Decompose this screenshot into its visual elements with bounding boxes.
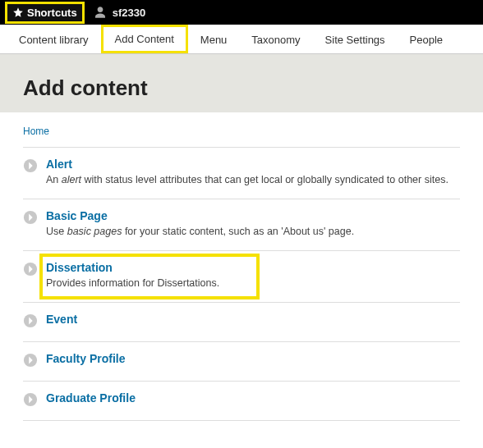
username: sf2330 (113, 7, 145, 19)
star-icon (12, 7, 24, 18)
breadcrumb-home[interactable]: Home (23, 126, 460, 137)
chevron-right-icon (23, 262, 38, 277)
content-type-title[interactable]: Event (46, 313, 460, 326)
content-type-title[interactable]: Dissertation (46, 261, 460, 274)
content-type-title[interactable]: Alert (46, 158, 460, 171)
chevron-right-icon (23, 158, 38, 173)
content-type-desc: An alert with status level attributes th… (46, 174, 460, 185)
content-type-event[interactable]: Event (23, 302, 460, 341)
tab-add-content[interactable]: Add Content (101, 25, 188, 53)
admin-topbar: Shortcuts sf2330 (0, 0, 483, 25)
tab-taxonomy[interactable]: Taxonomy (239, 25, 312, 53)
tab-site-settings[interactable]: Site Settings (313, 25, 398, 53)
chevron-right-icon (23, 392, 38, 407)
content-type-graduate-profile[interactable]: Graduate Profile (23, 381, 460, 421)
page-title: Add content (23, 75, 460, 101)
chevron-right-icon (23, 353, 38, 368)
user-menu[interactable]: sf2330 (93, 5, 145, 20)
shortcuts-button[interactable]: Shortcuts (5, 2, 85, 24)
chevron-right-icon (23, 210, 38, 225)
user-icon (93, 5, 108, 20)
primary-tabs: Content library Add Content Menu Taxonom… (0, 25, 483, 54)
content-type-alert[interactable]: Alert An alert with status level attribu… (23, 147, 460, 199)
tab-menu[interactable]: Menu (188, 25, 240, 53)
chevron-right-icon (23, 313, 38, 328)
content-type-title[interactable]: Basic Page (46, 209, 460, 222)
shortcuts-label: Shortcuts (27, 7, 77, 19)
page-header-band: Add content (0, 54, 483, 112)
tab-people[interactable]: People (398, 25, 455, 53)
content-type-faculty-profile[interactable]: Faculty Profile (23, 341, 460, 381)
content-type-title[interactable]: Faculty Profile (46, 352, 460, 365)
content-type-title[interactable]: Graduate Profile (46, 391, 460, 405)
content-type-desc: Use basic pages for your static content,… (46, 226, 460, 237)
content-type-desc: Provides information for Dissertations. (46, 277, 460, 289)
content-type-basic-page[interactable]: Basic Page Use basic pages for your stat… (23, 199, 460, 250)
main-content: Home Alert An alert with status level at… (0, 112, 483, 434)
content-type-dissertation[interactable]: Dissertation Provides information for Di… (23, 250, 460, 302)
tab-content-library[interactable]: Content library (7, 25, 101, 53)
